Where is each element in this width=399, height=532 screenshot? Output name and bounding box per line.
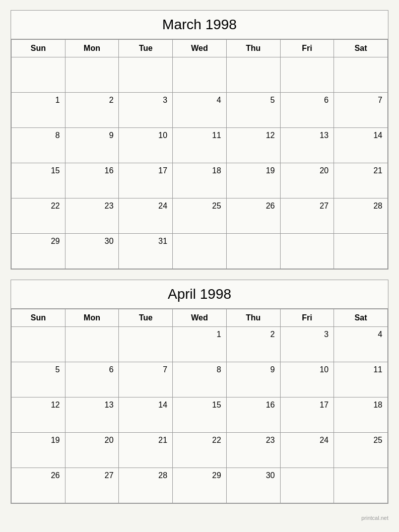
day-header-mon: Mon [65,40,119,57]
calendar-day-cell: 4 [173,93,227,128]
calendar-day-cell [65,327,119,362]
calendar-day-cell: 23 [65,198,119,234]
day-header-thu: Thu [226,40,280,57]
calendar-day-cell: 24 [280,433,334,468]
calendar-day-cell: 16 [65,163,119,198]
calendar-day-cell: 14 [119,397,173,433]
calendar-day-cell [280,57,334,93]
day-header-fri: Fri [280,309,334,327]
calendar-day-cell: 10 [280,362,334,397]
calendar-day-cell: 7 [334,93,388,128]
calendar-day-cell: 22 [12,198,65,234]
calendar-day-cell: 9 [226,362,280,397]
day-header-fri: Fri [280,40,334,57]
calendar-day-cell [334,57,388,93]
calendar-day-cell: 2 [226,327,280,362]
calendar-day-cell [12,327,65,362]
calendar-day-cell [334,468,388,503]
calendar-day-cell: 30 [226,468,280,503]
calendar-week-row: 15161718192021 [12,163,388,198]
day-header-thu: Thu [226,309,280,327]
calendar-day-cell: 6 [280,93,334,128]
day-header-tue: Tue [119,309,173,327]
calendar-day-cell: 21 [334,163,388,198]
calendar-day-cell: 20 [65,433,119,468]
calendar-grid-march-1998: SunMonTueWedThuFriSat1234567891011121314… [11,39,388,269]
calendar-day-cell: 1 [173,327,227,362]
calendar-day-cell: 12 [12,397,65,433]
calendar-day-cell: 7 [119,362,173,397]
calendar-day-cell: 5 [226,93,280,128]
calendar-week-row: 2627282930 [12,468,388,503]
calendar-day-cell: 17 [280,397,334,433]
calendar-day-cell: 12 [226,128,280,163]
calendar-day-cell: 23 [226,433,280,468]
calendar-day-cell: 18 [334,397,388,433]
calendar-title-april-1998: April 1998 [11,280,388,309]
calendar-week-row: 22232425262728 [12,198,388,234]
calendar-day-cell: 30 [65,234,119,269]
calendar-day-cell: 16 [226,397,280,433]
calendar-day-cell: 2 [65,93,119,128]
calendar-day-cell: 29 [12,234,65,269]
calendar-day-cell: 31 [119,234,173,269]
watermark: printcal.net [11,514,388,521]
calendar-day-cell: 9 [65,128,119,163]
calendar-day-cell [334,234,388,269]
calendar-week-row: 293031 [12,234,388,269]
calendar-day-cell [12,57,65,93]
calendar-day-cell: 27 [65,468,119,503]
day-header-tue: Tue [119,40,173,57]
calendar-day-cell [280,468,334,503]
calendar-day-cell: 22 [173,433,227,468]
calendar-day-cell: 8 [173,362,227,397]
calendar-day-cell [173,234,227,269]
day-header-wed: Wed [173,309,227,327]
calendar-title-march-1998: March 1998 [11,11,388,39]
calendar-day-cell: 15 [173,397,227,433]
calendar-day-cell: 11 [334,362,388,397]
day-header-mon: Mon [65,309,119,327]
calendar-day-cell: 8 [12,128,65,163]
calendar-day-cell: 26 [226,198,280,234]
calendar-day-cell: 15 [12,163,65,198]
day-header-wed: Wed [173,40,227,57]
calendar-day-cell: 17 [119,163,173,198]
calendar-week-row: 12131415161718 [12,397,388,433]
calendar-day-cell: 3 [280,327,334,362]
day-header-sun: Sun [12,309,65,327]
calendar-day-cell: 19 [226,163,280,198]
day-header-sun: Sun [12,40,65,57]
calendar-day-cell: 4 [334,327,388,362]
calendar-week-row [12,57,388,93]
calendar-day-cell: 25 [334,433,388,468]
calendar-day-cell: 28 [119,468,173,503]
calendar-grid-april-1998: SunMonTueWedThuFriSat1234567891011121314… [11,309,388,503]
calendar-day-cell: 13 [280,128,334,163]
calendar-day-cell: 25 [173,198,227,234]
calendar-day-cell: 18 [173,163,227,198]
calendar-day-cell: 28 [334,198,388,234]
calendar-week-row: 891011121314 [12,128,388,163]
calendar-day-cell [65,57,119,93]
calendar-day-cell: 11 [173,128,227,163]
calendar-day-cell: 20 [280,163,334,198]
calendar-day-cell [119,57,173,93]
calendar-day-cell: 6 [65,362,119,397]
calendar-week-row: 1234567 [12,93,388,128]
calendar-march-1998: March 1998SunMonTueWedThuFriSat123456789… [11,10,388,270]
calendar-day-cell: 1 [12,93,65,128]
calendar-day-cell: 27 [280,198,334,234]
calendar-april-1998: April 1998SunMonTueWedThuFriSat123456789… [11,280,388,504]
calendar-day-cell [226,57,280,93]
calendar-week-row: 1234 [12,327,388,362]
calendar-day-cell: 5 [12,362,65,397]
day-header-sat: Sat [334,309,388,327]
calendar-day-cell [119,327,173,362]
calendar-day-cell: 21 [119,433,173,468]
calendar-week-row: 19202122232425 [12,433,388,468]
calendar-week-row: 567891011 [12,362,388,397]
calendar-day-cell: 3 [119,93,173,128]
day-header-sat: Sat [334,40,388,57]
calendar-day-cell: 24 [119,198,173,234]
